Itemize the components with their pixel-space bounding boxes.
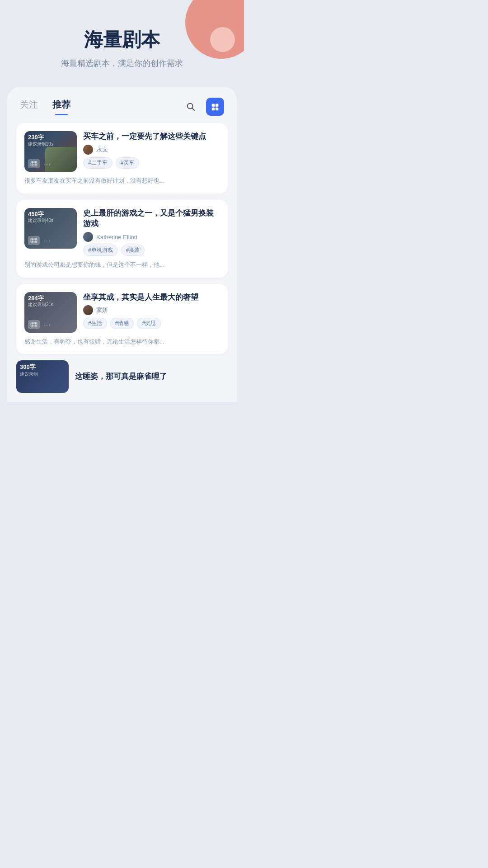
char-count-3: 284字 [24,292,47,302]
rec-time-1: 建议录制20s [24,141,57,147]
partial-card-title: 这睡姿，那可真是麻雀哩了 [75,371,167,382]
content-card-3[interactable]: 284字 建议录制21s ··· [16,284,228,354]
more-dots-3: ··· [43,321,52,328]
svg-rect-5 [216,108,218,110]
content-list: 230字 建议录制20s ·· [7,116,237,354]
tab-recommend[interactable]: 推荐 [52,99,70,115]
main-content-card: 关注 推荐 230 [7,87,237,402]
rec-time-3: 建议录制21s [24,302,57,308]
card-title-1: 买车之前，一定要先了解这些关键点 [83,131,220,142]
svg-rect-2 [212,104,215,107]
partial-thumbnail: 300字 建议录制 [16,360,69,393]
card-thumbnail-1: 230字 建议录制20s ·· [24,131,77,172]
card-info-3: 坐享其成，其实是人生最大的奢望 家妍 #生活 #情感 #沉思 [83,292,220,333]
card-top-3: 284字 建议录制21s ··· [24,292,220,333]
card-info-2: 史上最肝的游戏之一，又是个猛男换装游戏 Katherine Elliott #单… [83,208,220,256]
char-count-1: 230字 [24,131,47,141]
svg-rect-16 [31,322,37,327]
header-section: 海量剧本 海量精选剧本，满足你的创作需求 [0,0,244,87]
card-tags-3: #生活 #情感 #沉思 [83,318,220,329]
card-author-1: 永文 [83,145,220,155]
tab-actions [183,98,224,116]
svg-rect-6 [31,161,37,166]
card-preview-1: 很多车友朋友在买车之前没有做好计划，没有想好也... [24,176,220,185]
author-avatar-3 [83,305,93,315]
card-top-2: 450字 建议录制40s ··· [24,208,220,256]
page-subtitle: 海量精选剧本，满足你的创作需求 [9,58,235,69]
more-dots-2: ··· [43,237,52,244]
tag-3-1[interactable]: #情感 [110,318,134,329]
search-button[interactable] [183,99,199,115]
card-top-1: 230字 建议录制20s ·· [24,131,220,172]
svg-rect-11 [31,238,37,243]
card-preview-2: 别的游戏公司都是想要你的钱，但是这个不一样，他... [24,260,220,269]
card-preview-3: 感谢生活，有剥夺，也有馈赠，无论生活怎样待你都... [24,337,220,346]
tag-3-2[interactable]: #沉思 [137,318,161,329]
page-title: 海量剧本 [9,27,235,52]
card-tags-1: #二手车 #买车 [83,157,220,169]
author-name-1: 永文 [96,146,108,154]
tab-follow[interactable]: 关注 [20,99,38,115]
card-title-3: 坐享其成，其实是人生最大的奢望 [83,292,220,303]
card-info-1: 买车之前，一定要先了解这些关键点 永文 #二手车 #买车 [83,131,220,172]
partial-rec: 建议录制 [20,371,38,377]
partial-card[interactable]: 300字 建议录制 这睡姿，那可真是麻雀哩了 [16,360,228,393]
author-avatar-1 [83,145,93,155]
tabs-bar: 关注 推荐 [7,87,237,116]
partial-char-count: 300字 [20,363,36,371]
tag-1-0[interactable]: #二手车 [83,157,113,169]
thumb-icons-2: ··· [28,236,52,245]
film-icon-1 [28,159,40,168]
char-count-2: 450字 [24,208,47,218]
content-card-1[interactable]: 230字 建议录制20s ·· [16,123,228,193]
svg-rect-4 [212,108,215,110]
content-card-2[interactable]: 450字 建议录制40s ··· [16,200,228,278]
film-icon-2 [28,236,40,245]
menu-button[interactable] [206,98,224,116]
svg-rect-3 [216,104,218,107]
rec-time-2: 建议录制40s [24,217,57,224]
author-name-3: 家妍 [96,306,108,314]
thumb-icons-3: ··· [28,320,52,329]
card-thumbnail-3: 284字 建议录制21s ··· [24,292,77,333]
thumb-icons-1: ··· [28,159,52,168]
card-author-3: 家妍 [83,305,220,315]
partial-card-info: 这睡姿，那可真是麻雀哩了 [75,360,167,393]
tag-3-0[interactable]: #生活 [83,318,107,329]
author-avatar-2 [83,232,93,242]
author-name-2: Katherine Elliott [96,234,137,241]
card-title-2: 史上最肝的游戏之一，又是个猛男换装游戏 [83,208,220,230]
film-icon-3 [28,320,40,329]
card-thumbnail-2: 450字 建议录制40s ··· [24,208,77,249]
svg-line-1 [192,108,194,110]
tag-1-1[interactable]: #买车 [116,157,140,169]
tag-2-1[interactable]: #换装 [121,245,145,256]
more-dots-1: ··· [43,160,52,167]
card-author-2: Katherine Elliott [83,232,220,242]
tag-2-0[interactable]: #单机游戏 [83,245,118,256]
card-tags-2: #单机游戏 #换装 [83,245,220,256]
